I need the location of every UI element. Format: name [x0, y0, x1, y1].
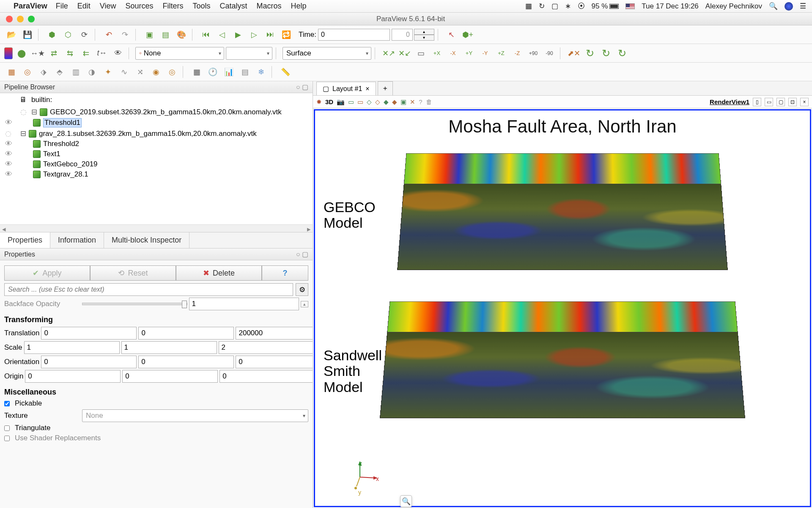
time-spin-down[interactable]: ▾	[414, 35, 434, 41]
status-bluetooth-icon[interactable]: ∗	[565, 2, 571, 11]
properties-gear-button[interactable]: ⚙	[296, 283, 308, 296]
contour-button[interactable]: ◎	[20, 65, 35, 79]
vcr-prev-button[interactable]: ◁	[215, 28, 229, 41]
pipeline-hscroll[interactable]: ◂▸	[0, 224, 313, 232]
status-user[interactable]: Alexey Pechnikov	[705, 2, 762, 11]
view-sel-4[interactable]: ◇	[375, 98, 380, 106]
histogram-button[interactable]: 📊	[222, 65, 236, 79]
ruler-button[interactable]: 📏	[278, 65, 293, 79]
status-wifi-icon[interactable]: ⦿	[578, 2, 585, 11]
color-palette-button[interactable]: 🎨	[174, 28, 189, 41]
window-maximize-button[interactable]	[28, 16, 35, 22]
rotate-neg90-button[interactable]: -90	[542, 47, 557, 60]
tab-properties[interactable]: Properties	[0, 232, 50, 248]
view-negy-button[interactable]: -Y	[478, 47, 492, 60]
menu-filters[interactable]: Filters	[163, 2, 184, 11]
menu-sources[interactable]: Sources	[125, 2, 153, 11]
view-mode-3d[interactable]: 3D	[325, 98, 333, 105]
edit-colormap-button[interactable]: ⬤	[14, 47, 29, 60]
color-component-combo[interactable]	[226, 47, 272, 60]
plot-over-time-button[interactable]: 🕐	[206, 65, 220, 79]
save-state-button[interactable]: 💾	[20, 28, 35, 41]
time-index-input[interactable]	[392, 29, 413, 41]
layout-tab-1[interactable]: ▢ Layout #1 ×	[316, 82, 376, 95]
rescale-visible-button[interactable]: ⇇	[79, 47, 93, 60]
visibility-icon[interactable]: 👁	[5, 160, 14, 168]
refresh-3-button[interactable]: ↻	[615, 47, 629, 60]
vcr-next-button[interactable]: ▷	[247, 28, 261, 41]
undo-button[interactable]: ↶	[102, 28, 116, 41]
view-posz-button[interactable]: +Z	[494, 47, 508, 60]
vcr-loop-button[interactable]: 🔁	[279, 28, 294, 41]
render-view[interactable]: Mosha Fault Area, North Iran GEBCO Model…	[314, 109, 811, 507]
reset-button[interactable]: ⟲Reset	[90, 265, 176, 281]
open-file-button[interactable]: 📂	[4, 28, 19, 41]
origin-z[interactable]	[219, 370, 313, 383]
refresh-2-button[interactable]: ↻	[599, 47, 613, 60]
texture-combo[interactable]: None	[82, 409, 308, 422]
status-siri-icon[interactable]	[785, 2, 793, 11]
snowflake-icon[interactable]: ❄	[254, 65, 268, 79]
vcr-first-button[interactable]: ⏮	[199, 28, 213, 41]
vcr-play-button[interactable]: ▶	[231, 28, 245, 41]
extract-level-button[interactable]: ◎	[165, 65, 179, 79]
glyph-button[interactable]: ✦	[101, 65, 115, 79]
slice-button[interactable]: ⬘	[52, 65, 67, 79]
apply-button-toolbar[interactable]: ▣	[142, 28, 156, 41]
spreadsheet-button[interactable]: ▤	[238, 65, 252, 79]
view-negx-button[interactable]: -X	[446, 47, 460, 60]
restore-button[interactable]: ⊡	[788, 98, 797, 106]
redo-button[interactable]: ↷	[118, 28, 132, 41]
visibility-icon[interactable]: 👁	[5, 150, 14, 158]
warp-button[interactable]: ⤨	[133, 65, 147, 79]
axes-grid-button[interactable]: ⬈✕	[567, 47, 581, 60]
time-value-input[interactable]	[318, 29, 390, 41]
refresh-1-button[interactable]: ↻	[583, 47, 597, 60]
scale-z[interactable]	[219, 341, 313, 354]
status-airplay-icon[interactable]: ▢	[551, 2, 558, 11]
view-sel-9[interactable]: ?	[419, 98, 422, 105]
clip-button[interactable]: ⬗	[36, 65, 51, 79]
visibility-icon[interactable]: ◌	[20, 108, 29, 116]
status-timemachine-icon[interactable]: ↻	[539, 2, 545, 11]
view-camera-icon[interactable]: 📷	[337, 98, 345, 106]
origin-y[interactable]	[122, 370, 218, 383]
view-sel-6[interactable]: ◆	[392, 98, 397, 106]
selection-tool-1[interactable]: ↖	[444, 28, 459, 41]
view-sel-5[interactable]: ◆	[384, 98, 389, 106]
footer-search-icon[interactable]: 🔍	[400, 495, 412, 507]
view-sel-7[interactable]: ▣	[401, 98, 406, 106]
pipeline-item[interactable]: 👁 TextGebco_2019	[0, 159, 313, 169]
menu-tools[interactable]: Tools	[193, 2, 211, 11]
close-icon[interactable]: ×	[365, 85, 369, 93]
status-battery[interactable]: 95 %	[592, 2, 619, 11]
scale-x[interactable]	[24, 341, 120, 354]
status-appmenu-icon[interactable]: ▦	[525, 2, 532, 11]
representation-combo[interactable]: Surface	[283, 47, 371, 60]
expand-icon[interactable]: ⊟	[31, 108, 37, 116]
calculator-button[interactable]: ▦	[4, 65, 19, 79]
view-pick-icon[interactable]: ✸	[316, 98, 322, 106]
zoom-data-button[interactable]: ✕↙	[398, 47, 412, 60]
translation-x[interactable]	[41, 327, 137, 340]
pipeline-item[interactable]: 👁 Threshold2	[0, 139, 313, 149]
rescale-range-button[interactable]: ↔★	[30, 47, 45, 60]
help-button[interactable]: ?	[262, 265, 308, 281]
properties-search-input[interactable]	[4, 283, 293, 296]
view-posx-button[interactable]: +X	[430, 47, 444, 60]
split-v-button[interactable]: ▭	[765, 98, 773, 106]
close-view-button[interactable]: ×	[800, 98, 809, 106]
menu-catalyst[interactable]: Catalyst	[220, 2, 247, 11]
orientation-x[interactable]	[41, 356, 137, 368]
scalar-bar-button[interactable]: 👁	[111, 47, 125, 60]
shader-checkbox[interactable]	[4, 436, 10, 441]
orientation-z[interactable]	[236, 356, 313, 368]
pipeline-root[interactable]: 🖥 builtin:	[0, 93, 313, 107]
expand-icon[interactable]: ⊟	[20, 129, 26, 138]
menu-help[interactable]: Help	[291, 2, 307, 11]
auto-apply-button[interactable]: ▤	[158, 28, 173, 41]
zoom-box-button[interactable]: ▭	[414, 47, 428, 60]
menu-view[interactable]: View	[100, 2, 116, 11]
view-sel-3[interactable]: ◇	[367, 98, 372, 106]
rescale-custom-button[interactable]: ⇄	[47, 47, 61, 60]
